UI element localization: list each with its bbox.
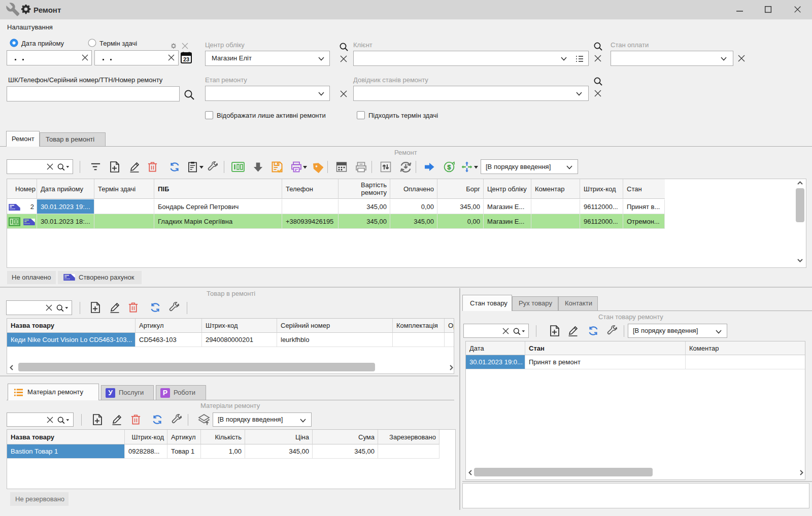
svg-text:23: 23 bbox=[183, 56, 189, 62]
